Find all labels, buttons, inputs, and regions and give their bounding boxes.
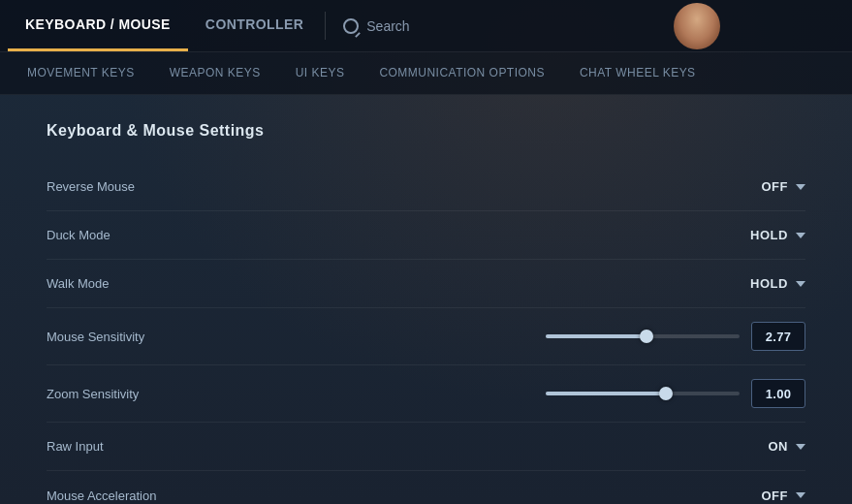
setting-control-mouse-sensitivity: 2.77 [260,322,805,351]
setting-label-zoom-sensitivity: Zoom Sensitivity [47,387,260,401]
setting-label-raw-input: Raw Input [47,439,260,454]
mouse-sensitivity-slider-control: 2.77 [546,322,805,351]
setting-control-reverse-mouse: OFF [260,179,805,194]
setting-label-walk-mode: Walk Mode [47,276,260,291]
zoom-sensitivity-slider-track[interactable] [546,392,740,395]
sub-nav: Movement Keys Weapon Keys UI Keys Commun… [0,52,852,95]
mouse-sensitivity-slider-fill [546,334,647,338]
sub-tab-chat-wheel-keys[interactable]: Chat Wheel Keys [564,52,711,94]
tab-keyboard-mouse[interactable]: Keyboard / Mouse [8,0,188,51]
sub-tab-communication-options[interactable]: Communication Options [363,52,560,94]
chevron-down-icon [796,492,805,498]
setting-label-reverse-mouse: Reverse Mouse [47,179,260,194]
setting-row-duck-mode: Duck Mode HOLD [47,211,805,260]
mouse-sensitivity-slider-track[interactable] [546,334,740,338]
sub-tab-ui-keys[interactable]: UI Keys [280,52,361,94]
mouse-acceleration-dropdown[interactable]: OFF [761,488,805,503]
reverse-mouse-dropdown[interactable]: OFF [761,179,805,194]
search-button[interactable]: Search [330,0,423,51]
chevron-down-icon [796,444,805,450]
search-icon [343,18,359,34]
section-title: Keyboard & Mouse Settings [47,122,805,140]
setting-control-raw-input: ON [260,439,805,454]
setting-row-raw-input: Raw Input ON [47,423,805,471]
setting-row-zoom-sensitivity: Zoom Sensitivity 1.00 [47,365,805,423]
chevron-down-icon [796,184,805,190]
top-nav: Keyboard / Mouse Controller Search [0,0,852,52]
duck-mode-dropdown[interactable]: HOLD [750,228,805,242]
setting-control-walk-mode: HOLD [260,276,805,291]
setting-control-mouse-acceleration: OFF [260,488,805,503]
setting-label-mouse-sensitivity: Mouse Sensitivity [47,330,260,344]
mouse-sensitivity-slider-thumb[interactable] [640,330,653,343]
zoom-sensitivity-slider-fill [546,392,666,395]
app-container: Keyboard / Mouse Controller Search Movem… [0,0,852,504]
chevron-down-icon [796,233,805,238]
setting-label-mouse-acceleration: Mouse Acceleration [47,488,260,503]
zoom-sensitivity-slider-thumb[interactable] [659,387,673,400]
zoom-sensitivity-slider-control: 1.00 [546,379,805,408]
setting-row-mouse-sensitivity: Mouse Sensitivity 2.77 [47,308,805,365]
setting-row-walk-mode: Walk Mode HOLD [47,260,805,308]
sub-tab-movement-keys[interactable]: Movement Keys [12,52,150,94]
setting-row-mouse-acceleration: Mouse Acceleration OFF [47,471,805,504]
raw-input-dropdown[interactable]: ON [768,439,805,454]
setting-control-duck-mode: HOLD [260,228,805,242]
setting-row-reverse-mouse: Reverse Mouse OFF [47,163,805,211]
setting-control-zoom-sensitivity: 1.00 [260,379,805,408]
zoom-sensitivity-value[interactable]: 1.00 [751,379,805,408]
chevron-down-icon [796,281,805,287]
nav-divider [325,12,326,40]
setting-label-duck-mode: Duck Mode [47,228,260,242]
walk-mode-dropdown[interactable]: HOLD [750,276,805,291]
mouse-sensitivity-value[interactable]: 2.77 [751,322,805,351]
content-area: Keyboard & Mouse Settings Reverse Mouse … [0,95,852,504]
sub-tab-weapon-keys[interactable]: Weapon Keys [154,52,276,94]
tab-controller[interactable]: Controller [188,0,321,51]
